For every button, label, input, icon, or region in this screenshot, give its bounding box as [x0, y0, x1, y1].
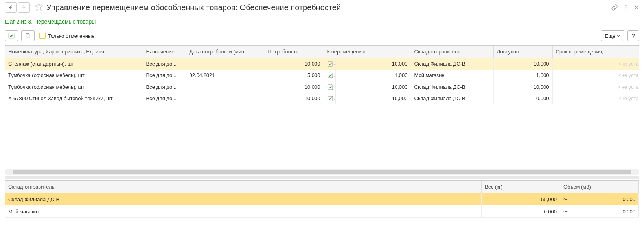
cell-check[interactable]	[324, 93, 335, 104]
col-summary-volume[interactable]: Объем (м3)	[560, 181, 639, 193]
tilde-icon: ~	[563, 196, 567, 203]
help-button[interactable]: ?	[627, 30, 639, 41]
cell-weight[interactable]: 55,000	[482, 193, 560, 205]
cell-need[interactable]: 10,000	[265, 93, 324, 104]
main-table: Номенклатура, Характеристика, Ед. изм. Н…	[5, 45, 639, 169]
cell-to-move[interactable]: 10,000	[335, 81, 411, 93]
tilde-icon: ~	[563, 208, 567, 215]
summary-row[interactable]: Склад Филиала ДС-В55,000~0.000	[5, 193, 639, 205]
cell-need[interactable]: 5,000	[265, 70, 324, 81]
cell-available[interactable]: 10,000	[493, 58, 552, 70]
step-label: Шаг 2 из 3. Перемещаемые товары	[0, 15, 644, 28]
cell-sender-warehouse[interactable]: Склад Филиала ДС-В	[411, 81, 493, 93]
cell-to-move[interactable]: 10,000	[335, 58, 411, 70]
cell-deadline[interactable]: <не уста	[552, 58, 639, 70]
cell-check[interactable]	[324, 58, 335, 70]
nav-back-button[interactable]	[5, 2, 17, 13]
table-row[interactable]: Х-67890 Стинол Завод бытовой техники, шт…	[5, 93, 639, 104]
cell-sender-warehouse[interactable]: Склад Филиала ДС-В	[411, 58, 493, 70]
cell-check[interactable]	[324, 81, 335, 93]
col-assignment[interactable]: Назначение	[143, 46, 186, 58]
table-row[interactable]: Тумбочка (офисная мебель), штВсе для до.…	[5, 70, 639, 81]
cell-weight[interactable]: 0.000	[482, 205, 560, 218]
col-summary-weight[interactable]: Вес (кг)	[482, 181, 560, 193]
cell-volume[interactable]: ~0.000	[560, 205, 639, 218]
cell-available[interactable]: 10,000	[493, 81, 552, 93]
cell-need-date[interactable]	[186, 93, 265, 104]
cell-warehouse[interactable]: Склад Филиала ДС-В	[5, 193, 482, 205]
chevron-down-icon	[617, 34, 620, 37]
favorite-star-icon[interactable]	[35, 3, 43, 13]
summary-row[interactable]: Мой магазин0.000~0.000	[5, 205, 639, 218]
summary-header-row: Склад-отправитель Вес (кг) Объем (м3)	[5, 181, 639, 193]
cell-volume[interactable]: ~0.000	[560, 193, 639, 205]
cell-assignment[interactable]: Все для до...	[143, 70, 186, 81]
kebab-menu-icon[interactable]	[623, 4, 629, 11]
cell-nomenclature[interactable]: Стеллаж (стандартный), шт	[5, 58, 143, 70]
col-need-date[interactable]: Дата потребности (мин...	[186, 46, 265, 58]
page-title: Управление перемещением обособленных тов…	[46, 3, 611, 12]
cell-check[interactable]	[324, 70, 335, 81]
cell-assignment[interactable]: Все для до...	[143, 81, 186, 93]
nav-forward-button[interactable]	[18, 2, 30, 13]
col-nomenclature[interactable]: Номенклатура, Характеристика, Ед. изм.	[5, 46, 143, 58]
svg-point-3	[626, 9, 627, 10]
cell-need[interactable]: 10,000	[265, 81, 324, 93]
copy-button[interactable]	[21, 30, 35, 41]
table-header-row: Номенклатура, Характеристика, Ед. изм. Н…	[5, 46, 639, 58]
table-row[interactable]: Стеллаж (стандартный), штВсе для до...10…	[5, 58, 639, 70]
only-checked-label: Только отмеченные	[48, 33, 94, 39]
table-row[interactable]: Тумбочка (офисная мебель), штВсе для до.…	[5, 81, 639, 93]
link-icon[interactable]	[611, 4, 618, 11]
cell-deadline[interactable]: <не уста	[552, 70, 639, 81]
svg-rect-6	[26, 34, 29, 37]
svg-marker-0	[35, 3, 42, 10]
cell-assignment[interactable]: Все для до...	[143, 93, 186, 104]
cell-deadline[interactable]: <не уста	[552, 93, 639, 104]
cell-need[interactable]: 10,000	[265, 58, 324, 70]
col-summary-warehouse[interactable]: Склад-отправитель	[5, 181, 482, 193]
check-all-button[interactable]	[5, 30, 18, 41]
horizontal-scrollbar[interactable]	[5, 169, 639, 175]
svg-rect-5	[27, 35, 30, 38]
svg-point-1	[626, 5, 627, 6]
pane-separator[interactable]	[5, 176, 639, 179]
more-button[interactable]: Еще	[601, 30, 624, 41]
header-bar: Управление перемещением обособленных тов…	[0, 0, 644, 15]
col-available[interactable]: Доступно	[493, 46, 552, 58]
cell-nomenclature[interactable]: Х-67890 Стинол Завод бытовой техники, шт	[5, 93, 143, 104]
cell-to-move[interactable]: 1,000	[335, 70, 411, 81]
cell-assignment[interactable]: Все для до...	[143, 58, 186, 70]
cell-to-move[interactable]: 10,000	[335, 93, 411, 104]
only-checked-checkbox[interactable]	[39, 33, 46, 39]
cell-sender-warehouse[interactable]: Мой магазин	[411, 70, 493, 81]
cell-deadline[interactable]: <не уста	[552, 81, 639, 93]
col-sender-warehouse[interactable]: Склад-отправитель	[411, 46, 493, 58]
svg-point-2	[626, 7, 627, 8]
cell-available[interactable]: 10,000	[493, 93, 552, 104]
cell-need-date[interactable]	[186, 81, 265, 93]
close-icon[interactable]	[634, 5, 639, 10]
cell-need-date[interactable]: 02.04.2021	[186, 70, 265, 81]
summary-table: Склад-отправитель Вес (кг) Объем (м3) Ск…	[5, 180, 639, 218]
cell-need-date[interactable]	[186, 58, 265, 70]
cell-warehouse[interactable]: Мой магазин	[5, 205, 482, 218]
col-deadline[interactable]: Срок перемещения,	[552, 46, 639, 58]
cell-available[interactable]: 1,000	[493, 70, 552, 81]
col-need[interactable]: Потребность	[265, 46, 324, 58]
cell-sender-warehouse[interactable]: Склад Филиала ДС-В	[411, 93, 493, 104]
col-to-move[interactable]: К перемещению	[324, 46, 411, 58]
cell-nomenclature[interactable]: Тумбочка (офисная мебель), шт	[5, 81, 143, 93]
cell-nomenclature[interactable]: Тумбочка (офисная мебель), шт	[5, 70, 143, 81]
toolbar: Только отмеченные Еще ?	[0, 28, 644, 44]
